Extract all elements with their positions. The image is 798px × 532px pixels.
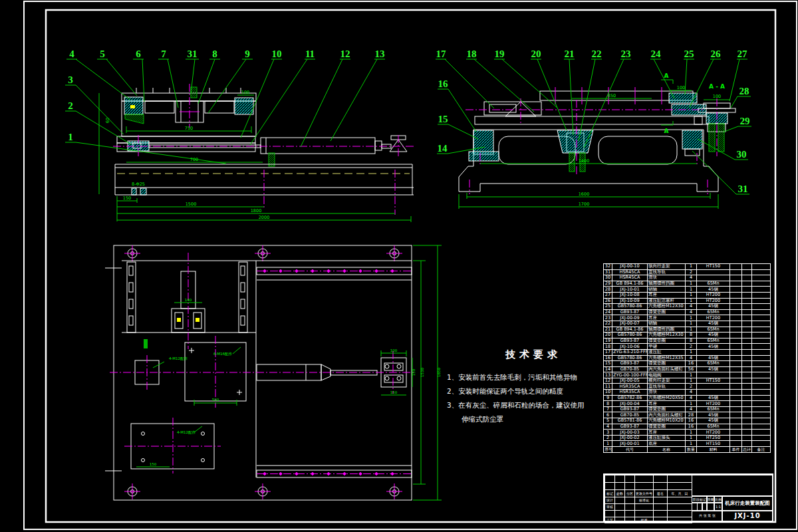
bom-cell: 4 <box>686 406 697 412</box>
bom-cell: 2 <box>686 269 697 275</box>
dim-holes: 8-Φ25 <box>132 182 145 187</box>
callout-12: 12 <box>340 49 350 59</box>
bom-cell: 16 <box>686 418 697 424</box>
bom-cell: JXJ-00-09 <box>612 315 648 321</box>
bom-cell: 2 <box>604 435 612 441</box>
dim-flange-h: 150 <box>412 368 416 376</box>
bom-cell: 弹簧垫圈 <box>648 361 686 367</box>
bom-cell: 耳座 <box>648 315 686 321</box>
bom-cell: 31 <box>604 269 612 275</box>
bom-cell: HT150 <box>697 378 730 384</box>
bom-cell: 21 <box>604 327 612 332</box>
bom-cell: GB5780-86 <box>612 304 648 310</box>
bom-cell <box>742 424 752 430</box>
bom-cell <box>730 366 742 372</box>
bom-cell: 8 <box>686 332 697 338</box>
callout-25: 25 <box>684 49 694 59</box>
dim-1700: 1700 <box>579 201 590 207</box>
bom-cell <box>752 361 771 367</box>
bom-cell <box>730 418 742 424</box>
bom-cell <box>730 441 742 447</box>
callout-23: 23 <box>621 49 631 59</box>
bom-cell: HSR35CA <box>612 384 648 390</box>
plan-annotation-3: 4-M12配作 <box>177 430 196 435</box>
title-block-cell: 批准 <box>634 517 654 523</box>
bom-cell: HT200 <box>697 401 730 407</box>
bom-row: 19GB93-87弹簧垫圈865Mn <box>604 338 771 344</box>
bom-cell: 7 <box>604 406 612 412</box>
callout-31a: 31 <box>188 49 198 59</box>
bom-cell: GB 894.1-86 <box>612 327 648 332</box>
bom-cell: 耳座 <box>648 292 686 298</box>
bom-cell <box>752 401 771 407</box>
bom-row: 6GB70-85内六角圆柱头螺钉2845钢 <box>604 412 771 418</box>
bom-row: 2JXJ-00-02液压缸接头1HT250 <box>604 435 771 441</box>
bom-cell <box>730 309 742 315</box>
bom-cell <box>730 287 742 293</box>
bom-row: 3JXJ-00-03耳座1HT200 <box>604 430 771 436</box>
title-block-cell: 工艺 <box>604 517 615 523</box>
callout-11: 11 <box>305 49 315 59</box>
bom-cell: JXJ-00-10 <box>612 264 648 270</box>
bom-cell: 13 <box>604 372 612 378</box>
bom-cell: JXJ-10-08 <box>612 292 648 298</box>
bom-cell: 内六角圆柱头螺钉 <box>648 412 686 418</box>
bom-cell <box>752 349 771 355</box>
bom-cell <box>752 390 771 396</box>
bom-row: 14GB70-85内六角圆柱头螺钉5645钢 <box>604 366 771 372</box>
dim-flange-b: 150 <box>390 390 398 394</box>
bom-cell <box>752 366 771 372</box>
bom-cell <box>742 321 752 327</box>
bom-cell <box>697 349 730 355</box>
bom-cell: 15 <box>604 361 612 367</box>
bom-cell: 19 <box>604 338 612 344</box>
bom-cell: HT150 <box>697 441 730 447</box>
bom-cell <box>730 349 742 355</box>
callout-10: 10 <box>272 49 282 59</box>
bom-cell: 1 <box>686 287 697 293</box>
bom-cell: 45钢 <box>697 412 730 418</box>
bom-cell <box>742 366 752 372</box>
callout-2: 2 <box>68 100 73 111</box>
bom-cell: HT200 <box>697 430 730 436</box>
bom-cell: 12 <box>604 378 612 384</box>
bom-cell: GB5782-86 <box>612 395 648 401</box>
bom-row: 17ZYG-63-210-FFF液压缸1 <box>604 349 771 355</box>
bom-cell: 9 <box>604 395 612 401</box>
bom-cell <box>697 269 730 275</box>
bom-cell: 1 <box>686 430 697 436</box>
bom-row: 27JXJ-10-08耳座1HT200 <box>604 292 771 298</box>
bom-cell <box>730 384 742 390</box>
bom-row: 1JXJ-00-01底座1HT150 <box>604 441 771 447</box>
bom-cell <box>730 327 742 332</box>
bom-cell <box>730 435 742 441</box>
bom-cell: 1 <box>604 441 612 447</box>
dim-flange-w: 100 <box>390 348 398 352</box>
bom-cell: 1 <box>686 264 697 270</box>
bom-cell: 17 <box>604 349 612 355</box>
bom-cell: 滑块 <box>648 275 686 281</box>
bom-row: 23JXJ-00-09耳座1HT200 <box>604 315 771 321</box>
bom-cell <box>697 275 730 281</box>
bom-cell: 8 <box>604 401 612 407</box>
bom-cell <box>752 441 771 447</box>
bom-cell <box>752 412 771 418</box>
bom-cell <box>742 401 752 407</box>
callout-24: 24 <box>651 49 662 59</box>
bom-cell: 液压缸活塞杆 <box>648 298 686 304</box>
bom-row: 18JXJ-10-06平键245钢 <box>604 344 771 350</box>
callout-18: 18 <box>467 49 477 59</box>
bom-cell: 56 <box>686 366 697 372</box>
callout-7: 7 <box>161 49 166 59</box>
bom-cell: 六角螺栓M12X30 <box>648 304 686 310</box>
section-a-a-label: A - A <box>709 83 725 90</box>
bom-cell: 六角螺栓M12X35 <box>648 355 686 361</box>
bom-row: 15GB93-87弹簧垫圈1665Mn <box>604 361 771 367</box>
bom-cell: 3 <box>604 430 612 436</box>
bom-cell: 1 <box>686 378 697 384</box>
bom-cell: 1 <box>686 292 697 298</box>
dim-left-height: 60 <box>105 118 110 123</box>
bom-row: 4GB93-87弹簧垫圈1665Mn <box>604 424 771 430</box>
bom-cell <box>742 361 752 367</box>
bom-cell: 28 <box>604 287 612 293</box>
